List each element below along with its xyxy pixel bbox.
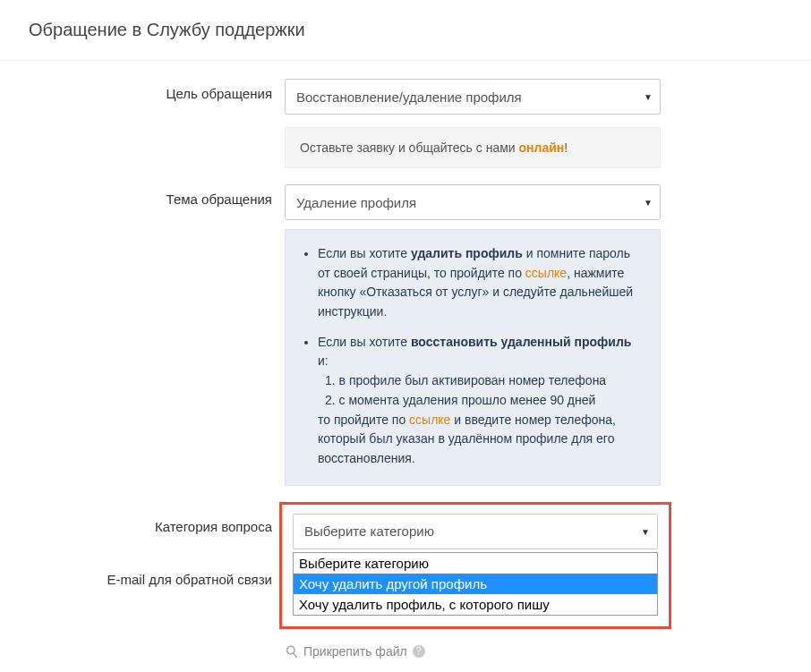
notice-accent[interactable]: онлайн xyxy=(519,140,565,155)
t: восстановить удаленный профиль xyxy=(411,335,631,349)
category-highlight-frame: Выберите категорию ▼ Выберите категорию … xyxy=(279,502,671,629)
notice-text-prefix: Оставьте заявку и общайтесь с нами xyxy=(300,140,519,155)
purpose-label: Цель обращения xyxy=(0,79,285,101)
t: то пройдите по xyxy=(318,413,409,427)
t: удалить профиль xyxy=(411,246,523,260)
topic-select-value: Удаление профиля xyxy=(296,195,416,210)
t: Если вы хотите xyxy=(318,335,411,349)
page-title: Обращение в Службу поддержки xyxy=(0,0,811,61)
delete-link[interactable]: ссылке xyxy=(525,266,567,280)
chevron-down-icon: ▼ xyxy=(644,198,653,208)
restore-link[interactable]: ссылке xyxy=(409,413,450,427)
info-bullet-delete: Если вы хотите удалить профиль и помните… xyxy=(318,244,644,322)
info-box: Если вы хотите удалить профиль и помните… xyxy=(285,229,661,486)
row-email: E-mail для обратной связи xyxy=(0,531,285,587)
category-option-delete-other[interactable]: Хочу удалить другой профиль xyxy=(294,574,657,594)
t: и: xyxy=(318,353,329,368)
t: Если вы хотите xyxy=(318,246,411,260)
notice-text-suffix: ! xyxy=(564,140,568,155)
t: 1. в профиле был активирован номер телеф… xyxy=(318,373,606,387)
info-bullet-restore: Если вы хотите восстановить удаленный пр… xyxy=(318,333,644,469)
attach-file-row[interactable]: ⚲ Прикрепить файл ? xyxy=(286,642,811,661)
category-select-value: Выберите категорию xyxy=(304,523,434,539)
category-option-placeholder[interactable]: Выберите категорию xyxy=(294,553,657,574)
chevron-down-icon: ▼ xyxy=(641,526,650,536)
topic-label: Тема обращения xyxy=(0,184,285,207)
purpose-select-value: Восстановление/удаление профиля xyxy=(296,89,522,105)
chevron-down-icon: ▼ xyxy=(644,92,653,102)
category-dropdown[interactable]: Выберите категорию Хочу удалить другой п… xyxy=(293,552,658,616)
email-label: E-mail для обратной связи xyxy=(0,531,285,587)
help-icon[interactable]: ? xyxy=(413,645,425,658)
category-option-delete-current[interactable]: Хочу удалить профиль, с которого пишу xyxy=(294,594,657,615)
topic-select[interactable]: Удаление профиля ▼ xyxy=(285,184,661,220)
category-select[interactable]: Выберите категорию ▼ xyxy=(293,514,658,549)
online-notice: Оставьте заявку и общайтесь с нами онлай… xyxy=(285,127,661,168)
attach-label: Прикрепить файл xyxy=(303,644,407,659)
t: 2. с момента удаления прошло менее 90 дн… xyxy=(318,393,595,407)
paperclip-icon: ⚲ xyxy=(281,640,303,662)
row-topic: Тема обращения Удаление профиля ▼ Если в… xyxy=(0,184,811,486)
row-purpose: Цель обращения Восстановление/удаление п… xyxy=(0,79,811,168)
category-label: Категория вопроса xyxy=(0,502,285,534)
support-form: Цель обращения Восстановление/удаление п… xyxy=(0,61,811,672)
purpose-select[interactable]: Восстановление/удаление профиля ▼ xyxy=(285,79,661,115)
